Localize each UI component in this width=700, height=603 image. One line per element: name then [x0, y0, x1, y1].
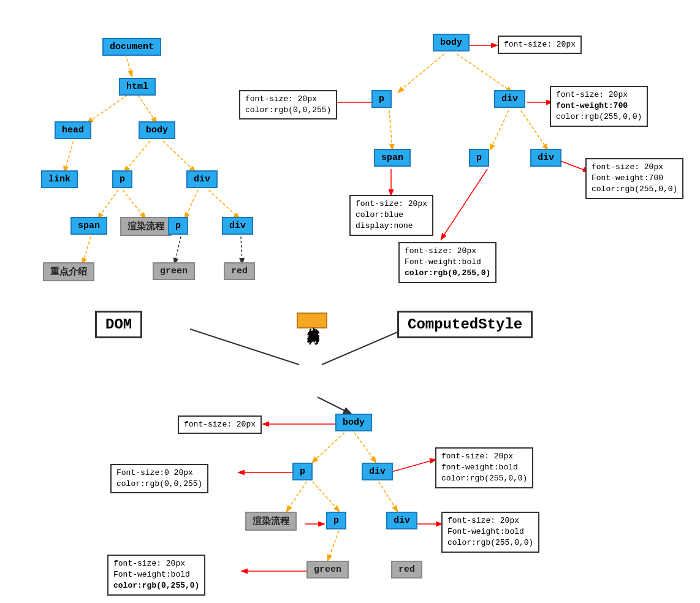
svg-line-3: [64, 141, 74, 172]
svg-line-17: [521, 110, 547, 150]
svg-line-25: [322, 329, 405, 365]
svg-line-27: [313, 433, 344, 462]
node-document: document: [102, 38, 161, 56]
node-body-bottom: body: [335, 414, 372, 431]
node-p-bottom: p: [292, 463, 313, 480]
svg-line-2: [138, 95, 156, 123]
label-green-bottom-left: font-size: 20px Font-weight:bold color:r…: [107, 555, 205, 596]
svg-line-1: [88, 95, 127, 123]
svg-line-11: [175, 237, 181, 264]
node-p-left: p: [112, 170, 132, 188]
label-div-top-right: font-size: 20px font-weight:700 color:rg…: [550, 86, 648, 127]
label-div-bottom-right: font-size: 20px font-weight:bold color:r…: [435, 447, 533, 488]
node-link: link: [41, 170, 78, 188]
svg-line-28: [354, 433, 376, 462]
svg-line-4: [124, 141, 150, 172]
node-green-left: green: [153, 262, 195, 280]
svg-line-24: [190, 329, 299, 365]
node-p-top2: p: [469, 149, 489, 167]
node-body-top: body: [433, 34, 470, 51]
node-span-left: span: [70, 217, 107, 235]
label-body-bottom-left: font-size: 20px: [178, 415, 262, 434]
label-p-top2-below: font-size: 20px Font-weight:bold color:r…: [398, 242, 496, 283]
node-p-div-left: p: [168, 217, 188, 235]
svg-line-8: [185, 190, 198, 218]
node-p-bottom2: p: [326, 512, 346, 529]
svg-line-29: [287, 482, 306, 511]
svg-line-13: [398, 54, 444, 92]
node-div-bottom: div: [362, 463, 393, 480]
svg-line-7: [123, 190, 145, 218]
svg-line-32: [328, 531, 339, 560]
svg-line-30: [313, 482, 339, 511]
node-zhuan-left: 渲染流程: [120, 217, 172, 236]
node-red-bottom: red: [391, 561, 422, 578]
svg-line-26: [318, 397, 351, 414]
svg-line-12: [241, 237, 242, 264]
node-green-bottom: green: [306, 561, 349, 578]
svg-line-14: [457, 54, 512, 92]
svg-line-16: [490, 110, 509, 150]
node-div2-left: div: [222, 217, 253, 235]
node-p-top: p: [371, 90, 392, 108]
label-div-top2-right: font-size: 20px Font-weight:700 color:rg…: [585, 158, 683, 199]
svg-line-22: [561, 161, 588, 172]
label-p-top-left: font-size: 20px color:rgb(0,0,255): [239, 90, 337, 119]
node-span-top: span: [374, 149, 411, 167]
svg-line-0: [126, 54, 132, 76]
node-div-left: div: [186, 170, 218, 188]
generate-label: 生成布局树: [297, 313, 327, 328]
svg-line-31: [379, 482, 397, 511]
label-computed-style: ComputedStyle: [397, 311, 533, 338]
svg-line-15: [389, 110, 392, 150]
svg-line-9: [208, 190, 239, 218]
label-span-top-below: font-size: 20px color:blue display:none: [349, 195, 433, 236]
node-red-left: red: [224, 262, 255, 280]
label-p-bottom-left: Font-size:0 20px color:rgb(0,0,255): [110, 464, 208, 493]
node-head: head: [55, 121, 91, 139]
svg-line-6: [98, 190, 118, 218]
label-p-bottom2-right: font-size: 20px Font-weight:bold color:r…: [441, 512, 539, 553]
svg-line-35: [389, 460, 435, 472]
node-html: html: [119, 78, 156, 96]
svg-line-10: [83, 237, 91, 264]
node-body-left: body: [139, 121, 175, 139]
node-div-top2: div: [530, 149, 561, 167]
label-body-top-right: font-size: 20px: [498, 36, 582, 54]
node-div-bottom2: div: [386, 512, 417, 529]
svg-line-23: [441, 169, 487, 239]
node-div-top: div: [494, 90, 525, 108]
node-zhuan-bottom: 渲染流程: [245, 512, 297, 531]
label-dom: DOM: [95, 311, 142, 338]
svg-line-5: [163, 141, 195, 172]
node-zhongdian: 重点介绍: [43, 262, 94, 281]
